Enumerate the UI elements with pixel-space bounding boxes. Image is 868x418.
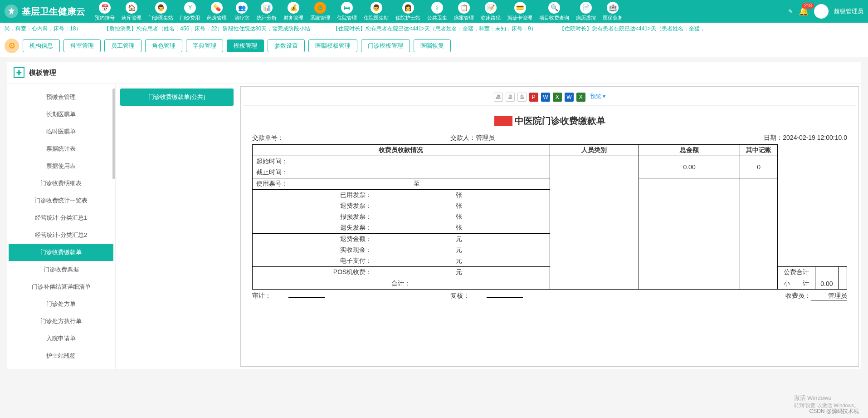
sub-nav: ⚙ 机构信息科室管理员工管理角色管理字典管理模板管理参数设置医嘱模板管理门诊模板… bbox=[0, 35, 868, 57]
main-nav: 📅预约挂号🏠药库管理👨门诊医生站￥门诊费用💊药房管理👥治疗室📊统计分析💰财务管理… bbox=[92, 0, 788, 23]
subnav-医嘱模板管理[interactable]: 医嘱模板管理 bbox=[308, 39, 357, 52]
notification-badge: 218 bbox=[802, 3, 814, 9]
doc-table: 收费员收款情况人员类别总金额其中记账 起始时间：0.000 截止时间： 使用票号… bbox=[252, 144, 847, 290]
nav-病历质控[interactable]: 📄病历质控 bbox=[573, 0, 599, 23]
gear-icon[interactable]: ⚙ bbox=[5, 39, 19, 53]
document: 中医院门诊收费缴款单 交款单号： 交款人：管理员 日期：2024-02-19 1… bbox=[243, 106, 856, 310]
nav-icon: 👨 bbox=[155, 2, 167, 14]
sidebar-item[interactable]: 经营统计-分类汇总1 bbox=[9, 209, 113, 226]
preview-toolbar: 🖶 🖶 🖶 P W X W X 预览 ▾ bbox=[243, 89, 856, 106]
user-role: 超级管理员 bbox=[834, 7, 863, 15]
subnav-参数设置[interactable]: 参数设置 bbox=[268, 39, 305, 52]
app-title: 基层卫生健康云 bbox=[22, 5, 85, 18]
nav-预约挂号[interactable]: 📅预约挂号 bbox=[92, 0, 117, 23]
content: 预缴金管理长期医嘱单临时医嘱单票据统计表票据使用表门诊收费明细表门诊收费统计一览… bbox=[7, 84, 861, 369]
sidebar-item[interactable]: 票据使用表 bbox=[9, 157, 113, 175]
subnav-机构信息[interactable]: 机构信息 bbox=[23, 39, 60, 52]
sidebar-item[interactable]: 门诊收费明细表 bbox=[9, 175, 113, 192]
subnav-字典管理[interactable]: 字典管理 bbox=[186, 39, 223, 52]
sidebar-item[interactable]: 票据统计表 bbox=[9, 140, 113, 157]
print3-icon[interactable]: 🖶 bbox=[517, 93, 527, 102]
subnav-模板管理[interactable]: 模板管理 bbox=[227, 39, 264, 52]
pdf-icon[interactable]: P bbox=[529, 93, 538, 102]
nav-icon: 💊 bbox=[211, 2, 223, 14]
print2-icon[interactable]: 🖶 bbox=[506, 93, 515, 102]
nav-门诊医生站[interactable]: 👨门诊医生站 bbox=[146, 0, 176, 23]
nav-住院医生站[interactable]: 👨住院医生站 bbox=[361, 0, 391, 23]
doc-footer: 审计： 复核： 收费员：管理员 bbox=[252, 292, 847, 300]
sidebar-item[interactable]: 门诊收费统计一览表 bbox=[9, 192, 113, 209]
nav-住院管理[interactable]: 🛏住院管理 bbox=[334, 0, 360, 23]
subnav-医嘱恢复[interactable]: 医嘱恢复 bbox=[414, 39, 451, 52]
sidebar-item[interactable]: 临时医嘱单 bbox=[9, 123, 113, 140]
nav-公共卫生[interactable]: ⚕公共卫生 bbox=[424, 0, 450, 23]
page-icon: ✚ bbox=[14, 67, 24, 78]
nav-icon: 📋 bbox=[458, 2, 470, 14]
nav-icon: 🛏 bbox=[341, 2, 353, 14]
sidebar-item[interactable]: 门诊补偿结算详细清单 bbox=[9, 278, 113, 295]
preview-dropdown[interactable]: 预览 ▾ bbox=[590, 93, 605, 102]
nav-icon: 💳 bbox=[514, 2, 526, 14]
sidebar-item[interactable]: 门诊处方单 bbox=[9, 295, 113, 313]
nav-就诊卡管理[interactable]: 💳就诊卡管理 bbox=[505, 0, 535, 23]
nav-icon: 👨 bbox=[371, 2, 382, 14]
nav-icon: ￥ bbox=[184, 2, 196, 14]
subnav-角色管理[interactable]: 角色管理 bbox=[145, 39, 182, 52]
nav-药库管理[interactable]: 🏠药库管理 bbox=[119, 0, 144, 23]
nav-icon: 👥 bbox=[236, 2, 248, 14]
template-sidebar: 预缴金管理长期医嘱单临时医嘱单票据统计表票据使用表门诊收费明细表门诊收费统计一览… bbox=[7, 84, 116, 369]
nav-病案管理[interactable]: 📋病案管理 bbox=[451, 0, 477, 23]
template-button[interactable]: 门诊收费缴款单(公共) bbox=[120, 89, 234, 106]
nav-icon: 📄 bbox=[580, 2, 592, 14]
marquee-bar: 尚，科室：心内科，床号：18）【质控消息】您有患者（姓名：456，床号：22）阶… bbox=[0, 23, 868, 35]
nav-icon: 👩 bbox=[402, 2, 414, 14]
nav-icon: 🏥 bbox=[607, 2, 619, 14]
topbar: 基层卫生健康云 📅预约挂号🏠药库管理👨门诊医生站￥门诊费用💊药房管理👥治疗室📊统… bbox=[0, 0, 868, 23]
nav-财务管理[interactable]: 💰财务管理 bbox=[281, 0, 306, 23]
doc-title: 中医院门诊收费缴款单 bbox=[252, 115, 847, 127]
doc-meta: 交款单号： 交款人：管理员 日期：2024-02-19 12:00:10.0 bbox=[252, 134, 847, 142]
word2-icon[interactable]: W bbox=[565, 93, 574, 102]
sidebar-item[interactable]: 预缴金管理 bbox=[9, 89, 113, 106]
nav-icon: 💰 bbox=[288, 2, 299, 14]
nav-门诊费用[interactable]: ￥门诊费用 bbox=[177, 0, 203, 23]
topbar-right: ✎ 🔔218 超级管理员 bbox=[788, 4, 863, 19]
avatar[interactable] bbox=[814, 4, 829, 19]
nav-icon: 📊 bbox=[261, 2, 273, 14]
nav-项目收费查询[interactable]: 🔍项目收费查询 bbox=[536, 0, 572, 23]
excel-icon[interactable]: X bbox=[553, 93, 562, 102]
nav-临床路径[interactable]: 📝临床路径 bbox=[478, 0, 503, 23]
edit-icon[interactable]: ✎ bbox=[788, 8, 793, 15]
sidebar-item[interactable]: 门诊收费缴款单 bbox=[9, 244, 113, 261]
sidebar-item[interactable]: 长期医嘱单 bbox=[9, 106, 113, 123]
nav-icon: 📝 bbox=[485, 2, 497, 14]
subnav-员工管理[interactable]: 员工管理 bbox=[104, 39, 141, 52]
page-title: 模板管理 bbox=[29, 69, 56, 77]
word-icon[interactable]: W bbox=[541, 93, 550, 102]
print-icon[interactable]: 🖶 bbox=[494, 93, 503, 102]
nav-系统管理[interactable]: ⚙系统管理 bbox=[307, 0, 333, 23]
nav-医保业务[interactable]: 🏥医保业务 bbox=[600, 0, 625, 23]
sidebar-item[interactable]: 入院申请单 bbox=[9, 330, 113, 347]
sidebar-item[interactable]: 门诊收费票据 bbox=[9, 261, 113, 278]
subnav-门诊模板管理[interactable]: 门诊模板管理 bbox=[361, 39, 410, 52]
nav-icon: 🏠 bbox=[126, 2, 137, 14]
sidebar-item[interactable]: 护士站瓶签 bbox=[9, 347, 113, 364]
preview-panel: 🖶 🖶 🖶 P W X W X 预览 ▾ 中医院门诊收费缴款单 交款单号： 交款… bbox=[240, 86, 859, 367]
page-header: ✚ 模板管理 bbox=[7, 62, 861, 84]
nav-icon: ⚕ bbox=[431, 2, 443, 14]
sidebar-item[interactable]: 经营统计-分类汇总2 bbox=[9, 226, 113, 244]
nav-住院护士站[interactable]: 👩住院护士站 bbox=[393, 0, 423, 23]
excel2-icon[interactable]: X bbox=[576, 93, 585, 102]
logo-icon bbox=[5, 5, 18, 18]
subnav-科室管理[interactable]: 科室管理 bbox=[63, 39, 101, 52]
nav-统计分析[interactable]: 📊统计分析 bbox=[254, 0, 279, 23]
nav-药房管理[interactable]: 💊药房管理 bbox=[204, 0, 229, 23]
app-logo: 基层卫生健康云 bbox=[5, 5, 85, 18]
red-block bbox=[494, 116, 512, 126]
notification-bell[interactable]: 🔔218 bbox=[799, 6, 809, 16]
nav-icon: ⚙ bbox=[314, 2, 326, 14]
nav-icon: 📅 bbox=[99, 2, 111, 14]
nav-治疗室[interactable]: 👥治疗室 bbox=[231, 0, 253, 23]
sidebar-item[interactable]: 门诊处方执行单 bbox=[9, 313, 113, 330]
